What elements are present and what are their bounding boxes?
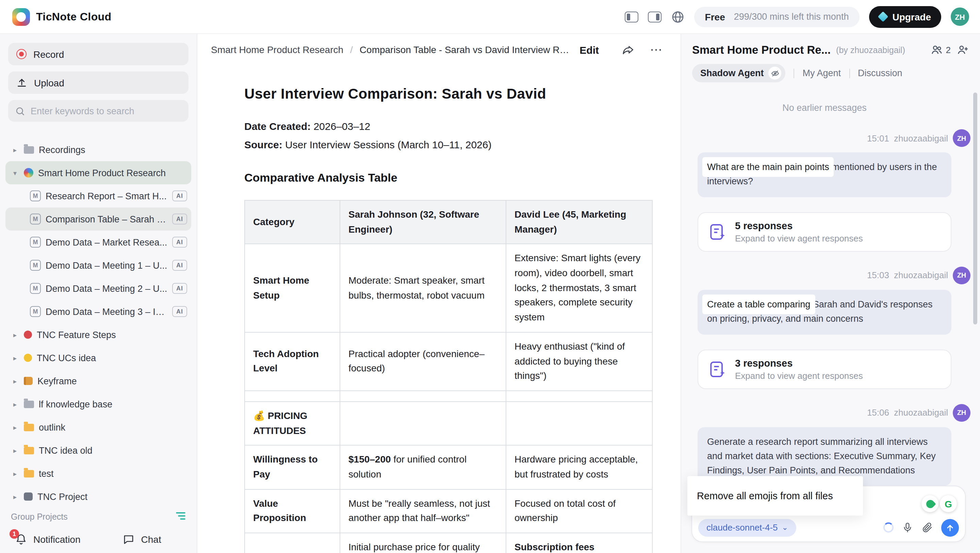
- chevron-right-icon[interactable]: ▸: [11, 493, 19, 500]
- sidebar-item-tnc-feature-steps[interactable]: ▸ TNC Feature Steps: [5, 323, 191, 346]
- sidebar-item-research-report[interactable]: M Research Report – Smart H... AI: [5, 184, 191, 207]
- chevron-right-icon[interactable]: ▸: [11, 470, 19, 477]
- send-button[interactable]: [941, 519, 959, 536]
- chat-button[interactable]: Chat: [123, 533, 161, 545]
- sidebar-item-label: lf knowledge base: [39, 399, 187, 409]
- chevron-right-icon[interactable]: ▸: [11, 331, 19, 338]
- search-box[interactable]: [8, 100, 189, 122]
- table-header-sarah: Sarah Johnson (32, Software Engineer): [340, 200, 506, 244]
- upload-button[interactable]: Upload: [8, 72, 189, 94]
- sidebar-item-label: Comparison Table – Sarah v...: [46, 214, 167, 224]
- ai-badge: AI: [172, 191, 187, 201]
- table-cell: [340, 402, 506, 445]
- chevron-right-icon[interactable]: ▸: [11, 400, 19, 408]
- globe-icon[interactable]: [671, 10, 685, 24]
- group-projects-list-icon[interactable]: [176, 512, 186, 523]
- tab-my-agent[interactable]: My Agent: [803, 68, 841, 78]
- table-row: Smart Home Setup Moderate: Smart speaker…: [245, 244, 652, 332]
- chevron-right-icon[interactable]: ▸: [11, 146, 19, 153]
- grammarly-icon[interactable]: G: [940, 495, 957, 512]
- toggle-right-panel-icon[interactable]: [648, 11, 662, 22]
- source-label: Source:: [244, 139, 282, 150]
- table-cell: Willingness to Pay: [245, 445, 340, 489]
- sidebar-item-outlink[interactable]: ▸ outlink: [5, 416, 191, 439]
- ai-badge: AI: [172, 260, 187, 271]
- model-selector[interactable]: claude-sonnet-4-5 ⌄: [698, 519, 796, 536]
- tab-divider: [794, 68, 795, 78]
- tab-shadow-agent[interactable]: Shadow Agent: [692, 64, 786, 82]
- breadcrumb: Smart Home Product Research / Comparison…: [197, 34, 681, 65]
- toggle-left-panel-icon[interactable]: [625, 11, 638, 22]
- sidebar-item-keyframe[interactable]: ▸ Keyframe: [5, 369, 191, 393]
- bulb-icon: [24, 354, 32, 362]
- doc-date-line: Date Created: 2026–03–12: [244, 117, 653, 135]
- table-cell: [245, 391, 340, 402]
- message-bubble: What are the main pain points mentioned …: [698, 153, 951, 197]
- sidebar-item-label: outlink: [39, 422, 187, 432]
- table-row: 💰 PRICING ATTITUDES: [245, 402, 652, 445]
- tab-discussion[interactable]: Discussion: [858, 68, 902, 78]
- folder-icon: [24, 423, 34, 431]
- minutes-left-text: 299/300 mins left this month: [734, 11, 849, 22]
- sidebar-item-demo-meeting-2[interactable]: M Demo Data – Meeting 2 – U... AI: [5, 277, 191, 300]
- responses-hint: Expand to view agent responses: [735, 370, 863, 381]
- record-button[interactable]: Record: [8, 43, 189, 65]
- sidebar-item-tnc-ucs-idea[interactable]: ▸ TNC UCs idea: [5, 346, 191, 369]
- sidebar-item-tnc-project[interactable]: ▸ TNC Project: [5, 485, 191, 508]
- sidebar-item-knowledge-base[interactable]: ▸ lf knowledge base: [5, 393, 191, 416]
- chevron-right-icon[interactable]: ▸: [11, 447, 19, 454]
- attachment-icon[interactable]: [921, 522, 933, 533]
- responses-doc-icon: [708, 222, 727, 242]
- sidebar-item-demo-market-research[interactable]: M Demo Data – Market Resea... AI: [5, 230, 191, 254]
- sidebar-item-recordings[interactable]: ▸ Recordings: [5, 138, 191, 161]
- sidebar-item-label: Smart Home Product Research: [38, 168, 187, 178]
- app-logo[interactable]: [12, 8, 30, 25]
- mic-icon[interactable]: [902, 522, 913, 533]
- message-author: zhuozaabigail: [894, 407, 948, 418]
- doc-title: User Interview Comparison: Sarah vs Davi…: [244, 86, 653, 102]
- agent-responses-card[interactable]: 3 responses Expand to view agent respons…: [698, 349, 951, 389]
- chevron-down-icon[interactable]: ▾: [11, 169, 19, 176]
- members-button[interactable]: 2: [930, 43, 951, 56]
- add-member-icon[interactable]: [956, 43, 969, 56]
- upgrade-button[interactable]: Upgrade: [869, 6, 941, 27]
- user-avatar[interactable]: ZH: [951, 8, 969, 26]
- extension-leaf-icon[interactable]: [921, 495, 939, 512]
- group-projects-row: Group Projects: [0, 508, 197, 526]
- sidebar-item-smart-home-project[interactable]: ▾ Smart Home Product Research: [5, 161, 191, 184]
- markdown-doc-icon: M: [30, 306, 41, 317]
- no-earlier-messages: No earlier messages: [698, 103, 951, 113]
- breadcrumb-root[interactable]: Smart Home Product Research: [211, 44, 343, 55]
- search-input[interactable]: [30, 106, 182, 116]
- table-row: Value Proposition Must be "really seamle…: [245, 489, 652, 533]
- markdown-doc-icon: M: [30, 237, 41, 248]
- highlighted-text: What are the main pain points: [707, 162, 829, 172]
- sidebar-item-demo-meeting-1[interactable]: M Demo Data – Meeting 1 – U... AI: [5, 254, 191, 277]
- sidebar-item-label: Keyframe: [37, 376, 187, 386]
- table-cell: Moderate: Smart speaker, smart bulbs, th…: [340, 244, 506, 332]
- message-author: zhuozaabigail: [894, 270, 948, 281]
- share-icon[interactable]: [622, 43, 635, 56]
- chevron-down-icon: ⌄: [782, 523, 788, 532]
- sidebar-item-tnc-idea-old[interactable]: ▸ TNC idea old: [5, 439, 191, 462]
- chat-message: 15:01 zhuozaabigail ZH What are the main…: [698, 129, 951, 252]
- chevron-right-icon[interactable]: ▸: [11, 377, 19, 385]
- draft-input[interactable]: Remove all emojis from all files: [687, 476, 863, 516]
- panel-title: Smart Home Product Re...: [692, 43, 830, 56]
- sidebar-item-demo-meeting-3[interactable]: M Demo Data – Meeting 3 – In... AI: [5, 300, 191, 323]
- sidebar-item-test[interactable]: ▸ test: [5, 462, 191, 485]
- browser-extensions: G: [921, 495, 957, 512]
- scrollbar-thumb[interactable]: [973, 92, 977, 324]
- edit-button[interactable]: Edit: [579, 44, 599, 56]
- table-cell: [506, 402, 652, 445]
- chevron-right-icon[interactable]: ▸: [11, 354, 19, 362]
- sidebar-item-comparison-table[interactable]: M Comparison Table – Sarah v... AI: [5, 207, 191, 230]
- group-projects-label: Group Projects: [11, 512, 68, 522]
- table-header-category: Category: [245, 200, 340, 244]
- notification-label: Notification: [33, 534, 81, 545]
- eye-off-icon[interactable]: [769, 67, 782, 79]
- notification-button[interactable]: 1 Notification: [15, 533, 81, 545]
- chevron-right-icon[interactable]: ▸: [11, 423, 19, 431]
- agent-responses-card[interactable]: 5 responses Expand to view agent respons…: [698, 212, 951, 252]
- more-options-icon[interactable]: ⋯: [650, 43, 663, 56]
